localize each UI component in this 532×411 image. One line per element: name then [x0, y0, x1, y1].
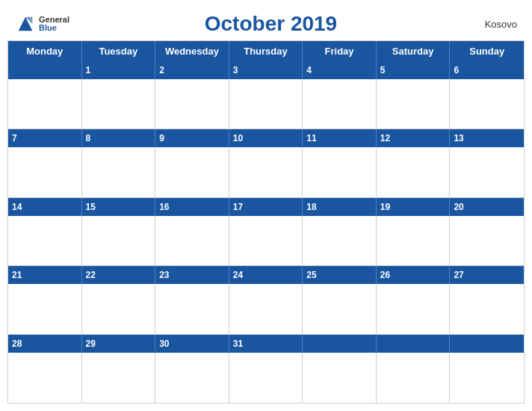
- w1d7-num: 6: [450, 61, 524, 79]
- w4d7-num: 27: [450, 266, 524, 284]
- week-3-content: [8, 216, 524, 266]
- week-4-band: 21 22 23 24 25 26 27: [8, 266, 524, 284]
- logo-text: General Blue: [39, 16, 69, 32]
- w2d5-num: 11: [303, 129, 377, 147]
- w3d3: [155, 216, 229, 266]
- w5d3-num: 30: [155, 335, 229, 353]
- header-sunday: Sunday: [450, 41, 524, 61]
- header-tuesday: Tuesday: [82, 41, 156, 61]
- w3d7: [450, 216, 524, 266]
- w3d1: [8, 216, 82, 266]
- week-4-content: [8, 284, 524, 334]
- w3d3-num: 16: [155, 198, 229, 216]
- calendar-grid: 1 2 3 4 5 6 7 8 9 10 11 12 13: [8, 61, 524, 403]
- header-thursday: Thursday: [229, 41, 303, 61]
- w3d6: [377, 216, 451, 266]
- w4d6: [377, 284, 451, 334]
- w5d2: [82, 353, 156, 403]
- w1d7: [450, 79, 524, 129]
- w5d7: [450, 353, 524, 403]
- w1d4-num: 3: [229, 61, 303, 79]
- w4d7: [450, 284, 524, 334]
- week-2-content: [8, 147, 524, 197]
- w2d7: [450, 147, 524, 197]
- w5d2-num: 29: [82, 335, 156, 353]
- w1d1-num: [8, 61, 82, 79]
- w4d5-num: 25: [303, 266, 377, 284]
- header-saturday: Saturday: [377, 41, 451, 61]
- calendar: Monday Tuesday Wednesday Thursday Friday…: [7, 40, 525, 404]
- week-5-band: 28 29 30 31: [8, 335, 524, 353]
- w5d7-num: [450, 335, 524, 353]
- w3d6-num: 19: [377, 198, 451, 216]
- w1d2-num: 1: [82, 61, 156, 79]
- w2d5: [303, 147, 377, 197]
- w5d5-num: [303, 335, 377, 353]
- w5d1: [8, 353, 82, 403]
- w2d1-num: 7: [8, 129, 82, 147]
- w3d4: [229, 216, 303, 266]
- w1d2: [82, 79, 156, 129]
- w1d6-num: 5: [377, 61, 451, 79]
- w4d1: [8, 284, 82, 334]
- w1d3-num: 2: [155, 61, 229, 79]
- week-1-band: 1 2 3 4 5 6: [8, 61, 524, 79]
- w4d1-num: 21: [8, 266, 82, 284]
- w2d3: [155, 147, 229, 197]
- country-name: Kosovo: [472, 19, 517, 30]
- w3d1-num: 14: [8, 198, 82, 216]
- w4d3-num: 23: [155, 266, 229, 284]
- logo-blue: Blue: [39, 24, 69, 32]
- w3d5: [303, 216, 377, 266]
- w1d1: [8, 79, 82, 129]
- w2d6-num: 12: [377, 129, 451, 147]
- week-3-band: 14 15 16 17 18 19 20: [8, 198, 524, 216]
- w5d6-num: [377, 335, 451, 353]
- day-headers: Monday Tuesday Wednesday Thursday Friday…: [8, 41, 524, 61]
- w4d6-num: 26: [377, 266, 451, 284]
- header-monday: Monday: [8, 41, 82, 61]
- w3d2-num: 15: [82, 198, 156, 216]
- w2d6: [377, 147, 451, 197]
- w4d4: [229, 284, 303, 334]
- w5d4-num: 31: [229, 335, 303, 353]
- w2d1: [8, 147, 82, 197]
- logo-icon: [15, 13, 36, 34]
- w1d4: [229, 79, 303, 129]
- w1d5: [303, 79, 377, 129]
- header-wednesday: Wednesday: [155, 41, 229, 61]
- w2d3-num: 9: [155, 129, 229, 147]
- w2d7-num: 13: [450, 129, 524, 147]
- w4d5: [303, 284, 377, 334]
- w4d4-num: 24: [229, 266, 303, 284]
- w3d2: [82, 216, 156, 266]
- w1d6: [377, 79, 451, 129]
- w4d2-num: 22: [82, 266, 156, 284]
- w2d4-num: 10: [229, 129, 303, 147]
- w5d4: [229, 353, 303, 403]
- w4d3: [155, 284, 229, 334]
- calendar-title: October 2019: [69, 12, 472, 36]
- w3d5-num: 18: [303, 198, 377, 216]
- page-header: General Blue October 2019 Kosovo: [7, 7, 525, 37]
- week-5-content: [8, 353, 524, 403]
- w5d5: [303, 353, 377, 403]
- w5d1-num: 28: [8, 335, 82, 353]
- w5d3: [155, 353, 229, 403]
- w2d2: [82, 147, 156, 197]
- w1d3: [155, 79, 229, 129]
- w4d2: [82, 284, 156, 334]
- week-2-band: 7 8 9 10 11 12 13: [8, 129, 524, 147]
- w3d4-num: 17: [229, 198, 303, 216]
- w5d6: [377, 353, 451, 403]
- w3d7-num: 20: [450, 198, 524, 216]
- w2d4: [229, 147, 303, 197]
- w1d5-num: 4: [303, 61, 377, 79]
- header-friday: Friday: [303, 41, 377, 61]
- logo: General Blue: [15, 13, 69, 34]
- w2d2-num: 8: [82, 129, 156, 147]
- week-1-content: [8, 79, 524, 129]
